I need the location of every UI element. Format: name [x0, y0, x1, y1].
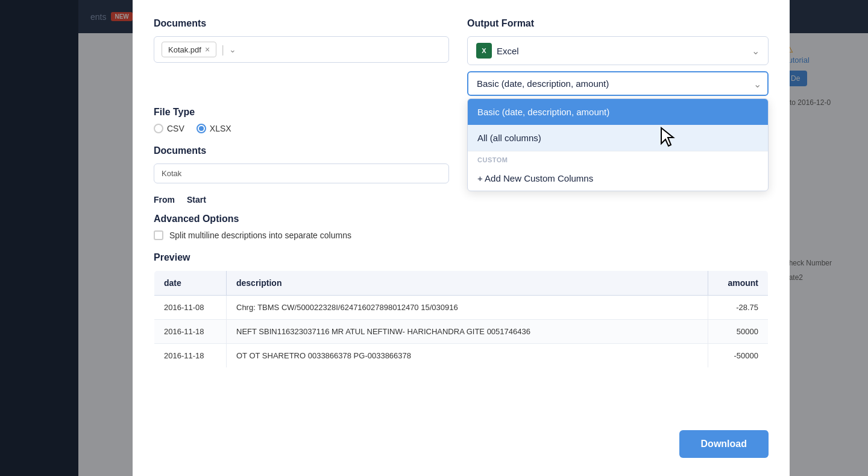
advanced-options-section: Advanced Options Split multiline descrip…	[154, 214, 769, 240]
table-row: 2016-11-18 OT OT SHARETRO 0033866378 PG-…	[154, 344, 769, 368]
format-select[interactable]: X Excel ⌄	[467, 36, 769, 65]
document-input2[interactable]: Kotak	[154, 163, 449, 183]
document-tag: Kotak.pdf ×	[162, 42, 216, 57]
format-select-left: X Excel	[476, 43, 519, 59]
from-label: From	[154, 195, 175, 205]
cell-desc-2: NEFT SBIN116323037116 MR ATUL NEFTINW- H…	[227, 320, 708, 344]
checkbox-label: Split multiline descriptions into separa…	[169, 230, 351, 240]
input-divider: |	[221, 43, 224, 56]
cell-date-3: 2016-11-18	[154, 344, 227, 368]
preview-label: Preview	[154, 252, 769, 263]
document-tag-close[interactable]: ×	[205, 45, 210, 54]
radio-csv-label: CSV	[167, 124, 184, 133]
dropdown-item-all[interactable]: All (all columns)	[468, 125, 768, 151]
table-row: 2016-11-08 Chrg: TBMS CW/500022328I/6247…	[154, 296, 769, 320]
from-section: From	[154, 194, 175, 205]
advanced-label: Advanced Options	[154, 214, 769, 224]
cell-desc-3: OT OT SHARETRO 0033866378 PG-0033866378	[227, 344, 708, 368]
document-tag-text: Kotak.pdf	[168, 45, 201, 54]
output-format-label: Output Format	[467, 18, 769, 29]
start-section: Start	[187, 194, 206, 205]
cell-amount-2: 50000	[708, 320, 769, 344]
col-header-description: description	[227, 271, 708, 296]
col-header-date: date	[154, 271, 227, 296]
from-start-row: From Start	[154, 194, 769, 205]
split-multiline-checkbox[interactable]	[154, 230, 163, 240]
radio-xlsx-label: XLSX	[210, 124, 231, 133]
document-tag2: Kotak	[162, 169, 181, 178]
cell-date-2: 2016-11-18	[154, 320, 227, 344]
col-header-amount: amount	[708, 271, 769, 296]
radio-xlsx-circle	[197, 124, 206, 133]
document-dropdown-arrow[interactable]: ⌄	[229, 45, 236, 54]
preview-table: date description amount 2016-11-08 Chrg:…	[154, 270, 769, 368]
document-input[interactable]: Kotak.pdf × | ⌄	[154, 36, 449, 63]
start-label: Start	[187, 195, 206, 205]
table-row: 2016-11-18 NEFT SBIN116323037116 MR ATUL…	[154, 320, 769, 344]
dropdown-item-basic[interactable]: Basic (date, description, amount)	[468, 99, 768, 125]
radio-xlsx[interactable]: XLSX	[197, 124, 231, 133]
dropdown-custom-label: CUSTOM	[468, 151, 768, 166]
template-input[interactable]	[467, 71, 769, 96]
format-chevron: ⌄	[752, 45, 760, 57]
format-text: Excel	[497, 46, 519, 56]
radio-csv-circle	[154, 124, 163, 133]
cell-desc-1: Chrg: TBMS CW/500022328I/624716027898012…	[227, 296, 708, 320]
radio-csv[interactable]: CSV	[154, 124, 184, 133]
dropdown-add-custom[interactable]: + Add New Custom Columns	[468, 166, 768, 191]
cell-amount-3: -50000	[708, 344, 769, 368]
output-format-section: Output Format X Excel ⌄ ⌄ Basic (date, d…	[467, 18, 769, 96]
template-wrapper: ⌄ Basic (date, description, amount) All …	[467, 71, 769, 96]
excel-icon: X	[476, 43, 492, 59]
export-modal: Documents Kotak.pdf × | ⌄ Output Format …	[133, 0, 790, 476]
documents-label: Documents	[154, 18, 449, 29]
template-dropdown: Basic (date, description, amount) All (a…	[467, 98, 769, 191]
documents-section: Documents Kotak.pdf × | ⌄	[154, 18, 449, 96]
cell-amount-1: -28.75	[708, 296, 769, 320]
cell-date-1: 2016-11-08	[154, 296, 227, 320]
preview-section: Preview date description amount 201	[154, 252, 769, 368]
checkbox-row: Split multiline descriptions into separa…	[154, 230, 769, 240]
download-button[interactable]: Download	[679, 430, 769, 458]
